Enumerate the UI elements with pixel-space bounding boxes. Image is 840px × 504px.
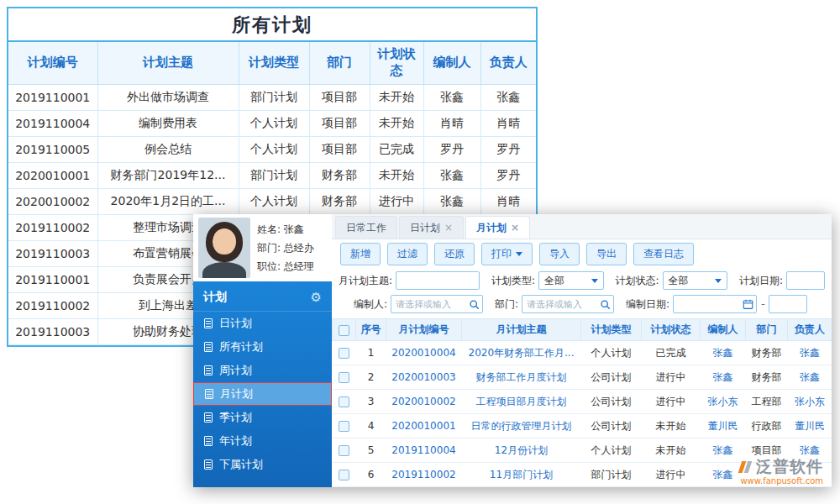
dept-label: 部门:: [495, 297, 518, 312]
cell: 项目部: [309, 136, 370, 162]
sidebar-item-6[interactable]: 下属计划: [193, 453, 332, 476]
tab-2[interactable]: 月计划×: [465, 216, 530, 239]
checkbox-cell: [333, 438, 356, 463]
gear-icon[interactable]: ⚙: [311, 290, 322, 305]
link-cell[interactable]: 2020年财务部工作月...: [462, 341, 581, 365]
tab-1[interactable]: 日计划×: [399, 216, 464, 239]
cell: 2020年1月2日的工...: [97, 188, 239, 214]
cell: 张鑫: [423, 84, 480, 110]
cell: 进行中: [370, 188, 423, 214]
row-checkbox[interactable]: [339, 348, 349, 359]
toolbar-button-3[interactable]: 打印: [481, 243, 533, 265]
compile-date-end-input[interactable]: [769, 295, 807, 313]
cell: 财务部: [309, 188, 370, 214]
grid-row[interactable]: 22020010003财务部工作月度计划公司计划进行中张鑫财务部张鑫: [333, 365, 832, 390]
table-row[interactable]: 2020010001财务部门2019年12...部门计划财务部未开始张鑫罗丹: [8, 162, 536, 188]
avatar: [198, 218, 250, 278]
grid-row[interactable]: 42020010001日常的行政管理月计划公司计划未开始董川民行政部董川民: [333, 414, 832, 438]
grid-row[interactable]: 120200100042020年财务部工作月...个人计划已完成张鑫财务部张鑫: [333, 341, 832, 365]
type-select[interactable]: 全部: [538, 271, 603, 290]
sidebar-item-5[interactable]: 年计划: [193, 429, 332, 453]
sidebar-item-1[interactable]: 所有计划: [193, 335, 332, 359]
grid-row[interactable]: 32020010002工程项目部月度计划公司计划进行中张小东工程部张小东: [333, 390, 832, 414]
row-checkbox[interactable]: [339, 372, 349, 383]
column-header: 计划主题: [97, 42, 239, 84]
close-icon[interactable]: ×: [511, 223, 519, 233]
status-select-value: 全部: [669, 274, 689, 288]
table-row[interactable]: 2019110001外出做市场调查部门计划项目部未开始张鑫张鑫: [8, 84, 536, 110]
cell: 公司计划: [581, 414, 642, 438]
link-cell[interactable]: 张小东: [701, 390, 746, 414]
link-cell[interactable]: 张小东: [788, 390, 832, 414]
link-cell[interactable]: 2020010001: [386, 414, 462, 438]
link-cell[interactable]: 11月部门计划: [462, 463, 581, 487]
select-all-checkbox[interactable]: [339, 325, 349, 336]
content-area: 日常工作日计划×月计划× 新增过滤还原打印导入导出查看日志 月计划主题: 计划类…: [332, 214, 832, 487]
toolbar-button-6[interactable]: 查看日志: [633, 243, 694, 265]
watermark-brand-row: 泛普软件: [738, 456, 823, 478]
plan-date-input[interactable]: [786, 271, 825, 290]
link-cell[interactable]: 张鑫: [788, 341, 832, 365]
subject-input[interactable]: [396, 271, 480, 290]
cell: 3: [356, 390, 386, 414]
watermark-url: www.fanpusoft.com: [738, 476, 823, 486]
checkbox-cell: [333, 341, 356, 365]
compiler-input[interactable]: [391, 295, 483, 313]
link-cell[interactable]: 2020010002: [386, 390, 462, 414]
link-cell[interactable]: 2020010004: [386, 341, 462, 365]
sidebar-item-2[interactable]: 周计划: [193, 359, 332, 382]
cell: 部门计划: [239, 162, 309, 188]
compile-date-label: 编制日期:: [626, 297, 669, 312]
sidebar-item-0[interactable]: 日计划: [193, 312, 332, 335]
link-cell[interactable]: 2019110002: [386, 463, 462, 487]
cell: 进行中: [642, 365, 701, 390]
close-icon[interactable]: ×: [444, 223, 453, 233]
cell: 个人计划: [581, 341, 642, 365]
sidebar-section-label: 计划: [203, 290, 227, 305]
link-cell[interactable]: 2019110004: [386, 438, 462, 463]
link-cell[interactable]: 董川民: [788, 414, 832, 438]
row-checkbox[interactable]: [339, 421, 349, 432]
toolbar-button-1[interactable]: 过滤: [387, 243, 428, 265]
table-row[interactable]: 2019110005例会总结个人计划项目部已完成罗丹罗丹: [8, 136, 536, 162]
link-cell[interactable]: 张鑫: [701, 365, 746, 390]
sidebar-item-4[interactable]: 季计划: [193, 406, 332, 429]
toolbar-button-0[interactable]: 新增: [340, 243, 381, 265]
row-checkbox[interactable]: [339, 445, 349, 456]
cell: 工程部: [746, 390, 788, 414]
compile-date-start-input[interactable]: [673, 295, 757, 313]
cell: 2019110004: [8, 110, 97, 136]
link-cell[interactable]: 董川民: [701, 414, 746, 438]
link-cell[interactable]: 张鑫: [701, 341, 746, 365]
cell: 财务部: [309, 162, 370, 188]
toolbar-button-2[interactable]: 还原: [434, 243, 475, 265]
cell: 个人计划: [239, 136, 309, 162]
caret-down-icon: [715, 279, 722, 283]
sidebar-item-3[interactable]: 月计划: [193, 382, 332, 406]
dept-input[interactable]: [522, 295, 614, 313]
cell: 2: [356, 365, 386, 390]
toolbar-button-4[interactable]: 导入: [539, 243, 580, 265]
toolbar-button-5[interactable]: 导出: [586, 243, 627, 265]
column-header: 序号: [356, 319, 386, 341]
row-checkbox[interactable]: [339, 396, 349, 407]
date-range-separator: -: [761, 298, 764, 310]
cell: 5: [356, 438, 386, 463]
cell: 罗丹: [423, 136, 480, 162]
table-row[interactable]: 2019110004编制费用表个人计划项目部未开始肖晴肖晴: [8, 110, 536, 136]
status-select[interactable]: 全部: [663, 271, 727, 290]
cell: 罗丹: [480, 136, 536, 162]
status-label: 计划状态:: [616, 274, 659, 288]
table-row[interactable]: 20200100022020年1月2日的工...个人计划财务部进行中张鑫肖晴: [8, 188, 536, 214]
type-select-value: 全部: [544, 274, 564, 288]
cell: 未开始: [642, 438, 701, 463]
link-cell[interactable]: 工程项目部月度计划: [462, 390, 581, 414]
link-cell[interactable]: 2020010003: [386, 365, 462, 390]
link-cell[interactable]: 财务部工作月度计划: [462, 365, 581, 390]
link-cell[interactable]: 日常的行政管理月计划: [462, 414, 581, 438]
row-checkbox[interactable]: [339, 470, 349, 480]
tab-0[interactable]: 日常工作: [335, 216, 397, 239]
profile-info: 姓名: 张鑫 部门: 总经办 职位: 总经理: [257, 220, 314, 276]
link-cell[interactable]: 张鑫: [788, 365, 832, 390]
link-cell[interactable]: 12月份计划: [462, 438, 581, 463]
